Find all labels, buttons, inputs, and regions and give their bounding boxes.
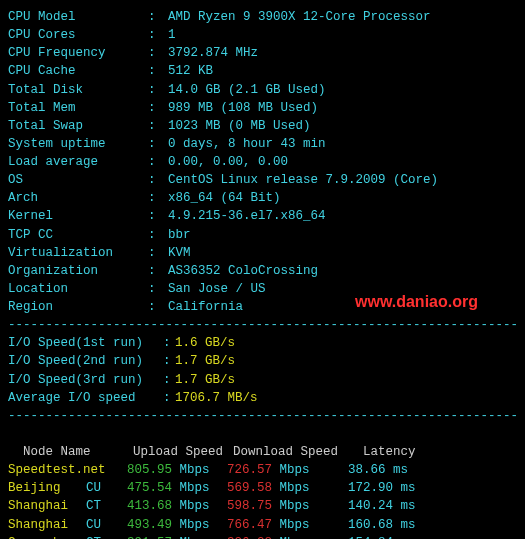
colon: :	[148, 244, 168, 262]
speedtest-row: GuangzhouCT391.57 Mbps326.28 Mbps154.84 …	[8, 534, 517, 539]
col-node: Node Name	[23, 443, 133, 461]
unit: Mbps	[280, 518, 310, 532]
io-row: I/O Speed(2nd run): 1.7 GB/s	[8, 352, 517, 370]
io-value: 1.7 GB/s	[175, 354, 235, 368]
sysinfo-value: CentOS Linux release 7.9.2009 (Core)	[168, 173, 438, 187]
io-row: I/O Speed(1st run): 1.6 GB/s	[8, 334, 517, 352]
node-location: CT	[86, 497, 118, 515]
sysinfo-label: Load average	[8, 153, 148, 171]
sysinfo-label: Total Mem	[8, 99, 148, 117]
separator: ----------------------------------------…	[8, 316, 517, 334]
io-label: Average I/O speed	[8, 389, 163, 407]
node-name: Beijing	[8, 479, 86, 497]
sysinfo-value: San Jose / US	[168, 282, 266, 296]
colon: :	[148, 44, 168, 62]
unit: Mbps	[280, 499, 310, 513]
sysinfo-value: California	[168, 300, 243, 314]
latency-value: 154.84 ms	[348, 534, 416, 539]
sysinfo-value: KVM	[168, 246, 191, 260]
colon: :	[148, 171, 168, 189]
sysinfo-label: CPU Frequency	[8, 44, 148, 62]
sysinfo-label: Location	[8, 280, 148, 298]
node-location: CU	[86, 479, 118, 497]
upload-value: 475.54	[118, 479, 172, 497]
node-name: Speedtest.net	[8, 461, 86, 479]
sysinfo-row: Total Disk: 14.0 GB (2.1 GB Used)	[8, 81, 517, 99]
io-label: I/O Speed(2nd run)	[8, 352, 163, 370]
io-row: I/O Speed(3rd run): 1.7 GB/s	[8, 371, 517, 389]
sysinfo-value: AMD Ryzen 9 3900X 12-Core Processor	[168, 10, 431, 24]
colon: :	[163, 334, 175, 352]
colon: :	[163, 389, 175, 407]
download-value: 569.58	[218, 479, 272, 497]
sysinfo-row: Total Mem: 989 MB (108 MB Used)	[8, 99, 517, 117]
colon: :	[148, 153, 168, 171]
unit: Mbps	[280, 463, 310, 477]
sysinfo-row: Kernel: 4.9.215-36.el7.x86_64	[8, 207, 517, 225]
io-value: 1706.7 MB/s	[175, 391, 258, 405]
sysinfo-label: CPU Cache	[8, 62, 148, 80]
sysinfo-label: CPU Model	[8, 8, 148, 26]
sysinfo-value: bbr	[168, 228, 191, 242]
node-location: CU	[86, 516, 118, 534]
io-value: 1.7 GB/s	[175, 373, 235, 387]
colon: :	[148, 81, 168, 99]
sysinfo-value: 989 MB (108 MB Used)	[168, 101, 318, 115]
node-location: CT	[86, 534, 118, 539]
system-info-block: CPU Model: AMD Ryzen 9 3900X 12-Core Pro…	[8, 8, 517, 316]
download-value: 326.28	[218, 534, 272, 539]
colon: :	[148, 26, 168, 44]
sysinfo-label: Organization	[8, 262, 148, 280]
colon: :	[148, 262, 168, 280]
sysinfo-label: Total Disk	[8, 81, 148, 99]
sysinfo-label: Kernel	[8, 207, 148, 225]
download-value: 766.47	[218, 516, 272, 534]
speedtest-header: Node NameUpload SpeedDownload SpeedLaten…	[8, 425, 517, 461]
speedtest-row: Speedtest.net805.95 Mbps726.57 Mbps38.66…	[8, 461, 517, 479]
col-upload: Upload Speed	[133, 443, 233, 461]
upload-value: 805.95	[118, 461, 172, 479]
col-download: Download Speed	[233, 443, 363, 461]
sysinfo-row: CPU Cores: 1	[8, 26, 517, 44]
colon: :	[148, 62, 168, 80]
latency-value: 172.90 ms	[348, 479, 416, 497]
colon: :	[163, 352, 175, 370]
sysinfo-row: Total Swap: 1023 MB (0 MB Used)	[8, 117, 517, 135]
sysinfo-value: 3792.874 MHz	[168, 46, 258, 60]
latency-value: 140.24 ms	[348, 497, 416, 515]
colon: :	[148, 189, 168, 207]
sysinfo-value: x86_64 (64 Bit)	[168, 191, 281, 205]
unit: Mbps	[180, 481, 210, 495]
sysinfo-value: 0 days, 8 hour 43 min	[168, 137, 326, 151]
latency-value: 160.68 ms	[348, 516, 416, 534]
unit: Mbps	[180, 518, 210, 532]
io-label: I/O Speed(3rd run)	[8, 371, 163, 389]
sysinfo-row: Load average: 0.00, 0.00, 0.00	[8, 153, 517, 171]
colon: :	[163, 371, 175, 389]
io-row: Average I/O speed: 1706.7 MB/s	[8, 389, 517, 407]
unit: Mbps	[180, 463, 210, 477]
sysinfo-row: Organization: AS36352 ColoCrossing	[8, 262, 517, 280]
unit: Mbps	[280, 536, 310, 539]
watermark-text: www.daniao.org	[355, 290, 478, 313]
sysinfo-row: OS: CentOS Linux release 7.9.2009 (Core)	[8, 171, 517, 189]
sysinfo-row: CPU Model: AMD Ryzen 9 3900X 12-Core Pro…	[8, 8, 517, 26]
sysinfo-label: System uptime	[8, 135, 148, 153]
upload-value: 493.49	[118, 516, 172, 534]
io-label: I/O Speed(1st run)	[8, 334, 163, 352]
io-value: 1.6 GB/s	[175, 336, 235, 350]
unit: Mbps	[180, 499, 210, 513]
latency-value: 38.66 ms	[348, 461, 408, 479]
colon: :	[148, 280, 168, 298]
node-name: Shanghai	[8, 497, 86, 515]
sysinfo-row: CPU Cache: 512 KB	[8, 62, 517, 80]
colon: :	[148, 99, 168, 117]
download-value: 726.57	[218, 461, 272, 479]
col-latency: Latency	[363, 445, 416, 459]
sysinfo-row: Arch: x86_64 (64 Bit)	[8, 189, 517, 207]
node-name: Shanghai	[8, 516, 86, 534]
sysinfo-label: Virtualization	[8, 244, 148, 262]
sysinfo-label: TCP CC	[8, 226, 148, 244]
colon: :	[148, 8, 168, 26]
sysinfo-value: 4.9.215-36.el7.x86_64	[168, 209, 326, 223]
